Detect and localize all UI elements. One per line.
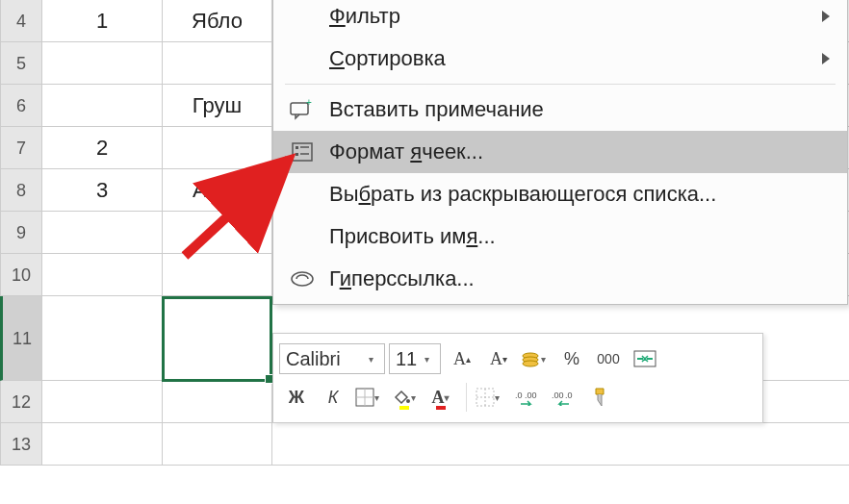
bold-button[interactable]: Ж: [279, 380, 314, 415]
svg-text:.0: .0: [515, 391, 523, 400]
cell[interactable]: [42, 85, 163, 127]
chevron-right-icon: [822, 53, 830, 64]
cell[interactable]: [163, 381, 272, 423]
borders-icon: [355, 388, 374, 407]
column-a: 1 2 3: [42, 0, 163, 466]
increase-decimal-icon: .0.00: [515, 389, 538, 406]
cell[interactable]: [163, 254, 272, 296]
separator: [466, 383, 467, 412]
svg-rect-3: [296, 146, 298, 149]
chevron-down-icon: ▾: [424, 354, 434, 365]
row-header[interactable]: 7: [0, 127, 42, 169]
chevron-right-icon: [822, 11, 830, 22]
font-size-combo[interactable]: 11 ▾: [389, 343, 441, 374]
menu-format-cells[interactable]: Формат ячеек...: [273, 131, 847, 173]
row-header[interactable]: 12: [0, 381, 42, 423]
increase-decimal-button[interactable]: .0.00: [509, 380, 544, 415]
font-name-combo[interactable]: Calibri ▾: [279, 343, 385, 374]
row-header[interactable]: 13: [0, 423, 42, 466]
format-painter-button[interactable]: [582, 380, 617, 415]
cell[interactable]: [42, 42, 163, 85]
cell[interactable]: [163, 127, 272, 169]
context-menu: Фильтр Сортировка + Вставить примечание …: [272, 0, 848, 305]
chevron-down-icon: ▾: [411, 392, 421, 403]
menu-separator: [285, 84, 836, 85]
cell[interactable]: [42, 254, 163, 296]
row-header[interactable]: 10: [0, 254, 42, 296]
cell[interactable]: 3: [42, 169, 163, 212]
chevron-down-icon: ▾: [541, 354, 551, 365]
decrease-font-button[interactable]: A▾: [481, 341, 516, 376]
menu-hyperlink[interactable]: Гиперссылка...: [273, 258, 847, 300]
font-color-button[interactable]: A ▾: [425, 380, 460, 415]
row-header[interactable]: 8: [0, 169, 42, 212]
merge-center-button[interactable]: [628, 341, 662, 376]
row-header[interactable]: 5: [0, 42, 42, 85]
row-header-selected[interactable]: 11: [0, 296, 42, 381]
cell[interactable]: Апел: [163, 169, 272, 212]
font-size-value: 11: [396, 348, 417, 370]
svg-text:.0: .0: [565, 391, 573, 400]
menu-label: Гиперссылка...: [329, 266, 475, 291]
borders-all-button[interactable]: ▾: [473, 380, 507, 415]
cell[interactable]: [163, 42, 272, 85]
cell[interactable]: 1: [42, 0, 163, 42]
grid-icon: [476, 388, 495, 407]
merge-icon: [633, 350, 656, 367]
blank-icon: [285, 45, 320, 72]
menu-label: Присвоить имя...: [329, 224, 496, 249]
column-b: Ябло Груш Апел: [163, 0, 272, 466]
cell[interactable]: [42, 296, 163, 381]
menu-label: Формат ячеек...: [329, 139, 483, 164]
svg-point-15: [406, 399, 410, 403]
chevron-down-icon: ▾: [445, 392, 454, 403]
row-header[interactable]: 9: [0, 212, 42, 254]
toolbar-row-2: Ж К ▾ ▾ A ▾ ▾ .0.00 .00.0: [279, 378, 757, 416]
menu-sort[interactable]: Сортировка: [273, 38, 847, 80]
menu-label: Выбрать из раскрывающегося списка...: [329, 182, 716, 207]
color-swatch: [399, 406, 409, 410]
blank-icon: [285, 181, 320, 208]
properties-icon: [285, 139, 320, 165]
cell[interactable]: [42, 423, 163, 466]
row-header-column: 4 5 6 7 8 9 10 11 12 13: [0, 0, 42, 466]
comment-icon: +: [285, 96, 320, 123]
decrease-decimal-icon: .00.0: [552, 389, 575, 406]
cell-selected[interactable]: [163, 296, 272, 381]
font-name-value: Calibri: [286, 348, 341, 370]
comma-format-button[interactable]: 000: [591, 341, 626, 376]
row-header[interactable]: 4: [0, 0, 42, 42]
svg-rect-5: [296, 153, 298, 156]
accounting-format-button[interactable]: ▾: [518, 341, 553, 376]
decrease-decimal-button[interactable]: .00.0: [546, 380, 580, 415]
menu-filter[interactable]: Фильтр: [273, 0, 847, 38]
chevron-down-icon: ▾: [369, 354, 378, 365]
menu-insert-comment[interactable]: + Вставить примечание: [273, 88, 847, 131]
fill-color-button[interactable]: ▾: [389, 380, 424, 415]
cell[interactable]: [163, 212, 272, 254]
menu-label: Фильтр: [329, 4, 400, 29]
svg-point-7: [292, 272, 313, 286]
italic-button[interactable]: К: [316, 380, 350, 415]
hyperlink-icon: [285, 265, 320, 292]
svg-text:.00: .00: [552, 391, 564, 400]
paintbrush-icon: [590, 387, 609, 408]
toolbar-row-1: Calibri ▾ 11 ▾ A▴ A▾ ▾ % 000: [279, 340, 757, 378]
svg-text:.00: .00: [525, 391, 537, 400]
menu-pick-from-list[interactable]: Выбрать из раскрывающегося списка...: [273, 173, 847, 215]
percent-format-button[interactable]: %: [554, 341, 589, 376]
svg-point-10: [523, 361, 538, 366]
cell[interactable]: [42, 381, 163, 423]
menu-define-name[interactable]: Присвоить имя...: [273, 215, 847, 258]
cell[interactable]: [163, 423, 272, 466]
cell[interactable]: [272, 423, 849, 466]
menu-label: Вставить примечание: [329, 97, 544, 122]
cell[interactable]: Груш: [163, 85, 272, 127]
row-header[interactable]: 6: [0, 85, 42, 127]
svg-rect-2: [293, 143, 312, 161]
cell[interactable]: 2: [42, 127, 163, 169]
borders-button[interactable]: ▾: [352, 380, 387, 415]
increase-font-button[interactable]: A▴: [445, 341, 479, 376]
cell[interactable]: [42, 212, 163, 254]
cell[interactable]: Ябло: [163, 0, 272, 42]
